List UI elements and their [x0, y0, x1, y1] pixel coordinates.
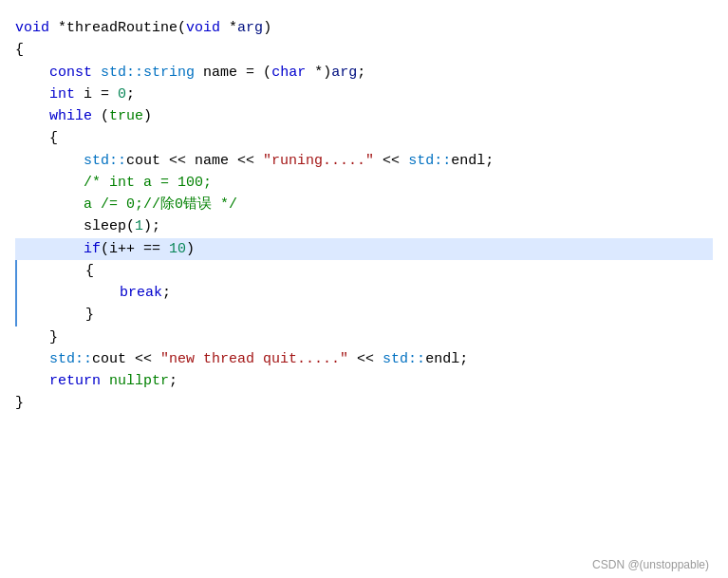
code-line: return nullptr; — [15, 370, 713, 392]
watermark: CSDN @(unstoppable) — [592, 556, 709, 574]
code-line: { — [15, 39, 713, 61]
code-line: int i = 0; — [15, 84, 713, 105]
code-line: } — [15, 392, 713, 414]
code-line: std::cout << name << "runing....." << st… — [15, 150, 713, 172]
code-line: /* int a = 100; — [15, 172, 713, 194]
code-line: while (true) — [15, 105, 713, 127]
code-line: a /= 0;//除0错误 */ — [15, 194, 713, 215]
code-line: } — [15, 304, 713, 326]
code-line: { — [15, 260, 713, 282]
code-line: break; — [15, 282, 713, 304]
code-block: void *threadRoutine(void *arg){ const st… — [0, 9, 728, 578]
code-line: sleep(1); — [15, 215, 713, 237]
code-lines: void *threadRoutine(void *arg){ const st… — [15, 17, 713, 415]
code-line: { — [15, 127, 713, 149]
code-line: } — [15, 326, 713, 348]
code-line: std::cout << "new thread quit....." << s… — [15, 348, 713, 370]
code-line: void *threadRoutine(void *arg) — [15, 17, 713, 39]
code-line: const std::string name = (char *)arg; — [15, 62, 713, 84]
code-line: if(i++ == 10) — [15, 238, 713, 260]
